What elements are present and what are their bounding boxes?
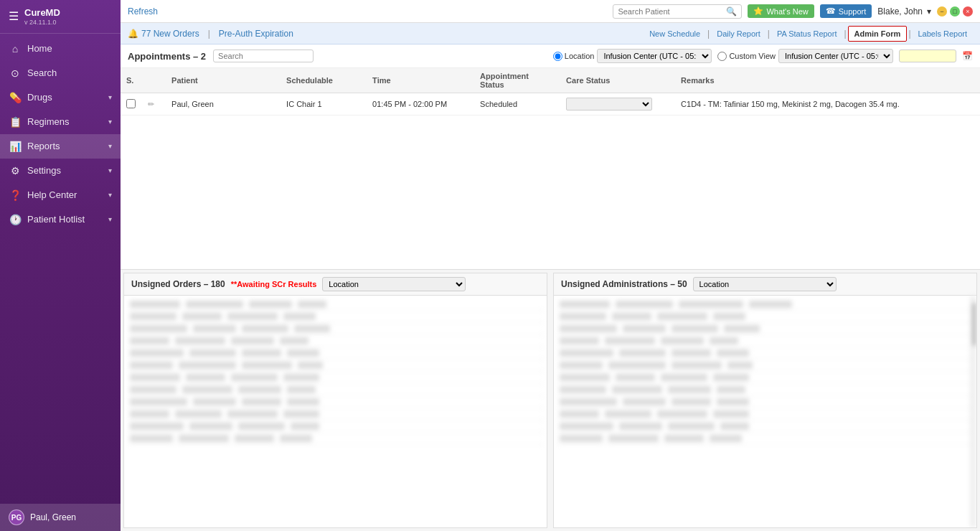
unsigned-orders-location-select[interactable]: Location [322,277,466,291]
drugs-icon: 💊 [9,92,22,103]
whats-new-button[interactable]: ⭐ What's New [748,4,814,18]
sidebar-item-home[interactable]: ⌂ Home [0,37,121,61]
scrollbar-track [971,296,976,527]
sidebar-label-hotlist: Patient Hotlist [27,214,103,225]
blurred-row [557,372,974,384]
sidebar-label-regimens: Regimens [27,116,103,127]
regimens-chevron: ▾ [108,118,112,126]
row-s [121,93,142,116]
care-status-select[interactable] [566,98,652,111]
calendar-icon[interactable]: 📅 [962,51,973,61]
sidebar-item-search[interactable]: ⊙ Search [0,61,121,85]
blurred-row [557,311,974,323]
refresh-button[interactable]: Refresh [128,6,158,17]
blurred-row [557,299,974,311]
row-care-status [560,93,675,116]
help-chevron: ▾ [108,191,112,199]
user-name: Blake, John [877,6,923,17]
scrollbar-thumb[interactable] [972,303,976,346]
support-icon: ☎ [826,6,836,16]
sep1: | [707,29,710,39]
pa-status-report-button[interactable]: PA Status Report [771,27,843,41]
sidebar-item-reports[interactable]: 📊 Reports ▾ [0,134,121,159]
pre-auth-link[interactable]: Pre-Auth Expiration [219,29,293,39]
sidebar-header: ☰ CureMD v 24.11.1.0 [0,0,121,34]
unsigned-admins-content [554,296,976,527]
col-header-appt-status: Appointment Status [474,68,560,93]
reports-icon: 📊 [9,141,22,152]
hamburger-icon[interactable]: ☰ [9,9,19,23]
patient-avatar: PG [9,509,24,525]
top-bar-right: 🔍 ⭐ What's New ☎ Support Blake, John ▾ −… [613,4,973,19]
custom-view-radio-label: Custom View [717,52,776,61]
sep3: | [844,29,846,39]
unsigned-admins-panel: Unsigned Administrations – 50 Location [553,273,977,528]
blurred-row [127,420,544,433]
location-select[interactable]: Infusion Center (UTC - 05:06) [597,49,712,63]
search-icon: ⊙ [9,67,22,79]
blurred-row [127,360,544,372]
maximize-button[interactable]: □ [950,6,960,17]
blurred-row [557,384,974,396]
location-label-text: Location [565,52,595,60]
top-bar: Refresh 🔍 ⭐ What's New ☎ Support Blake, … [121,0,980,23]
sidebar-item-patient-hotlist[interactable]: 🕐 Patient Hotlist ▾ [0,207,121,232]
blurred-row [127,384,544,396]
window-controls: − □ × [937,6,973,17]
logo-container: CureMD v 24.11.1.0 [24,7,60,26]
date-input[interactable]: 09/04/2024 [899,50,956,62]
row-appt-status: Scheduled [474,93,560,116]
search-icon: 🔍 [726,6,737,17]
awaiting-badge: **Awaiting SCr Results [231,280,317,288]
edit-icon[interactable]: ✏ [148,100,154,108]
col-header-time: Time [367,68,474,93]
custom-view-select[interactable]: Infusion Center (UTC - 05:06) [778,49,893,63]
sidebar-item-help-center[interactable]: ❓ Help Center ▾ [0,183,121,207]
blurred-row [557,335,974,347]
unsigned-admins-location-select[interactable]: Location [693,277,837,291]
daily-report-button[interactable]: Daily Report [711,27,766,41]
sep2: | [768,29,770,39]
minimize-button[interactable]: − [937,6,947,17]
row-checkbox[interactable] [126,99,136,108]
appointments-title: Appointments – 2 [128,51,206,62]
appointments-search-input[interactable] [213,50,314,62]
location-radio[interactable] [553,52,562,61]
sidebar-item-regimens[interactable]: 📋 Regimens ▾ [0,110,121,134]
custom-view-label-text: Custom View [729,52,776,60]
empty-area [121,116,980,223]
sub-nav-left: 🔔 77 New Orders | Pre-Auth Expiration [128,29,293,39]
user-dropdown-icon[interactable]: ▾ [927,6,931,17]
blurred-row [127,347,544,360]
sidebar-item-settings[interactable]: ⚙ Settings ▾ [0,159,121,183]
support-button[interactable]: ☎ Support [820,4,872,18]
sidebar-label-settings: Settings [27,165,103,176]
current-patient[interactable]: PG Paul, Green [0,504,121,531]
blurred-row [557,323,974,335]
patient-search-input[interactable] [618,7,726,16]
bottom-panels: Unsigned Orders – 180 **Awaiting SCr Res… [121,270,980,531]
new-orders-link[interactable]: 🔔 77 New Orders [128,29,199,39]
col-header-s: S. [121,68,142,93]
settings-chevron: ▾ [108,166,112,174]
sidebar-item-drugs[interactable]: 💊 Drugs ▾ [0,85,121,110]
blurred-row [127,408,544,420]
blurred-row [127,323,544,335]
logo-version: v 24.11.1.0 [24,19,60,26]
logo-text: CureMD [24,7,60,19]
help-icon: ❓ [9,189,22,201]
close-button[interactable]: × [963,6,973,17]
blurred-row [557,433,974,445]
row-edit: ✏ [142,93,166,116]
col-header-remarks: Remarks [675,68,980,93]
table-header: S. Patient Schedulable Time Appointment … [121,68,980,93]
blurred-row [557,396,974,408]
labels-report-button[interactable]: Labels Report [913,27,974,41]
unsigned-admins-header: Unsigned Administrations – 50 Location [554,273,976,296]
custom-view-radio[interactable] [717,52,727,61]
admin-form-button[interactable]: Admin Form [848,26,908,42]
custom-view-group: Custom View Infusion Center (UTC - 05:06… [717,49,893,63]
new-schedule-button[interactable]: New Schedule [644,27,706,41]
main-content: Refresh 🔍 ⭐ What's New ☎ Support Blake, … [121,0,980,531]
blurred-row [127,372,544,384]
